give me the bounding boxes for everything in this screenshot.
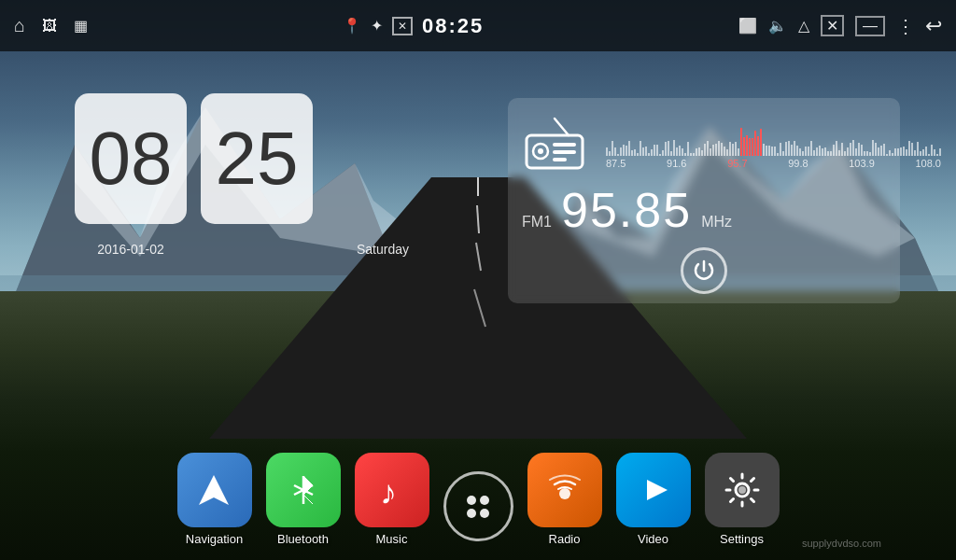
freq-bar-segment <box>886 154 888 156</box>
gear-icon <box>723 470 762 510</box>
freq-bar-segment <box>696 148 697 156</box>
freq-bar-segment <box>934 149 935 156</box>
music-icon: ♪ <box>355 453 429 527</box>
freq-bar-segment <box>614 147 616 156</box>
freq-bar-segment <box>802 151 804 156</box>
location-icon: 📍 <box>343 17 361 35</box>
freq-bar-segment <box>928 154 930 156</box>
freq-bar-segment <box>771 147 773 156</box>
status-right-icons: ⬜ 🔈 △ ✕ — ⋮ ↩ <box>738 14 942 38</box>
clock-widget: 08 2016-01-02 25 Saturday <box>75 93 313 224</box>
back-icon[interactable]: ↩ <box>925 14 942 38</box>
freq-bar-segment <box>908 141 910 156</box>
radio-band: FM1 <box>522 214 552 231</box>
app-music[interactable]: ♪ Music <box>355 453 429 546</box>
freq-bar-segment <box>620 147 622 156</box>
app-bluetooth[interactable]: Bluetooth <box>266 453 341 546</box>
freq-bar-segment <box>626 146 627 156</box>
freq-bar-segment <box>609 151 611 157</box>
freq-bar-segment <box>861 145 863 156</box>
radio-top: // Generate bars inline - will be done v… <box>522 112 886 177</box>
freq-bar-segment <box>936 154 938 156</box>
clock-day: Saturday <box>327 242 439 257</box>
freq-bar-segment <box>858 143 860 156</box>
freq-bar-segment <box>687 142 689 156</box>
more-vert-icon[interactable]: ⋮ <box>896 15 914 37</box>
freq-bar-segment <box>838 150 840 156</box>
menu-button[interactable] <box>443 471 513 541</box>
freq-bar-segment <box>752 138 753 156</box>
nav-icon <box>177 453 252 527</box>
freq-visualizer: // Generate bars inline - will be done v… <box>606 120 941 156</box>
close-icon[interactable]: ✕ <box>821 15 844 36</box>
status-time: 08:25 <box>422 14 484 38</box>
freq-label-2: 91.6 <box>667 158 686 169</box>
menu-dots-icon <box>458 487 498 526</box>
freq-bar-segment <box>768 146 770 156</box>
app-menu[interactable] <box>443 471 513 546</box>
freq-bar-segment <box>864 151 865 156</box>
freq-bar-segment <box>889 150 891 156</box>
camera-icon[interactable]: ⬜ <box>738 17 757 35</box>
home-icon[interactable]: ⌂ <box>14 15 25 36</box>
freq-bar-segment <box>844 151 846 156</box>
freq-bar-segment <box>721 143 723 156</box>
clock-hours: 08 <box>75 93 187 224</box>
freq-bar-segment <box>729 142 731 156</box>
freq-bar-segment <box>648 153 650 156</box>
app-radio[interactable]: Radio <box>527 453 602 546</box>
freq-bar-segment <box>662 150 664 156</box>
app-dock: Navigation Bluetooth ♪ Music <box>0 453 956 546</box>
freq-bar-segment <box>808 147 809 156</box>
radio-wave-icon <box>545 470 584 510</box>
freq-bar-segment <box>875 143 877 156</box>
app-video[interactable]: Video <box>616 453 691 546</box>
freq-bar-segment <box>651 149 653 156</box>
image-icon[interactable]: 🖼 <box>42 18 57 35</box>
freq-bar-segment <box>754 131 756 156</box>
radio-power-button[interactable] <box>681 247 727 294</box>
sd-card-icon[interactable]: ▦ <box>74 17 88 35</box>
svg-point-14 <box>538 148 543 154</box>
svg-rect-17 <box>553 158 567 161</box>
app-navigation[interactable]: Navigation <box>177 453 252 546</box>
freq-bar-segment <box>931 145 933 156</box>
status-center: 📍 ✦ ✕ 08:25 <box>343 14 484 38</box>
freq-bar-segment <box>631 150 633 156</box>
music-label: Music <box>376 532 408 546</box>
freq-bar-segment <box>894 148 896 156</box>
freq-bar-segment <box>654 145 655 156</box>
freq-bar-segment <box>920 151 921 156</box>
svg-rect-15 <box>553 143 576 147</box>
freq-bar-segment <box>707 141 709 156</box>
freq-bar-segment <box>892 153 893 156</box>
svg-rect-16 <box>553 150 576 154</box>
freq-label-5: 103.9 <box>849 158 875 169</box>
bt-label: Bluetooth <box>277 532 329 546</box>
freq-bar-segment <box>782 151 784 156</box>
freq-bar-segment <box>746 135 748 156</box>
freq-bar-segment <box>670 151 672 156</box>
freq-bar-segment <box>906 149 907 156</box>
freq-bar-segment <box>682 148 683 156</box>
bt-icon <box>266 453 341 527</box>
freq-bar-segment <box>914 150 916 156</box>
power-icon <box>691 258 717 284</box>
svg-text:♪: ♪ <box>380 473 397 510</box>
freq-bar-segment <box>911 143 913 156</box>
freq-bar-segment <box>917 142 919 156</box>
freq-bar-segment <box>668 141 669 156</box>
eject-icon[interactable]: △ <box>798 17 809 35</box>
radio-freq-area: // Generate bars inline - will be done v… <box>606 120 941 169</box>
radio-power-area <box>522 247 886 294</box>
freq-bar-segment <box>698 147 700 156</box>
minus-icon[interactable]: — <box>855 16 885 36</box>
freq-bar-segment <box>900 147 902 156</box>
freq-bar-segment <box>836 141 837 156</box>
volume-icon[interactable]: 🔈 <box>768 17 787 35</box>
freq-bar-segment <box>724 147 725 156</box>
freq-bar-segment <box>763 144 765 156</box>
app-settings[interactable]: Settings <box>705 453 780 546</box>
clock-date: 2016-01-02 <box>75 242 187 257</box>
freq-label-1: 87.5 <box>606 158 626 169</box>
